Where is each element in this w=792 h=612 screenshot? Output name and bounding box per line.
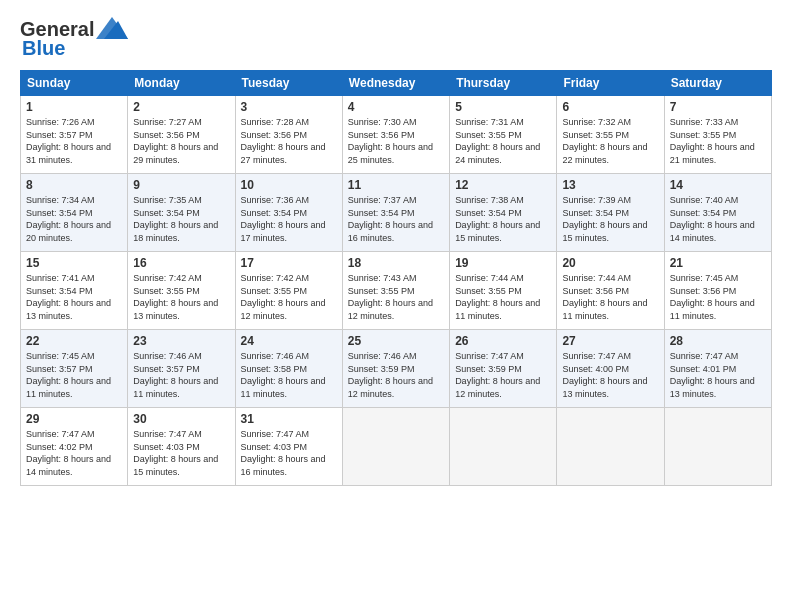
calendar-cell: 23Sunrise: 7:46 AMSunset: 3:57 PMDayligh… <box>128 330 235 408</box>
calendar-cell <box>450 408 557 486</box>
day-number: 6 <box>562 100 658 114</box>
logo: General Blue <box>20 18 128 60</box>
day-info: Sunrise: 7:43 AMSunset: 3:55 PMDaylight:… <box>348 272 444 322</box>
calendar-cell: 15Sunrise: 7:41 AMSunset: 3:54 PMDayligh… <box>21 252 128 330</box>
day-info: Sunrise: 7:28 AMSunset: 3:56 PMDaylight:… <box>241 116 337 166</box>
day-info: Sunrise: 7:26 AMSunset: 3:57 PMDaylight:… <box>26 116 122 166</box>
calendar-cell: 31Sunrise: 7:47 AMSunset: 4:03 PMDayligh… <box>235 408 342 486</box>
day-header-sunday: Sunday <box>21 71 128 96</box>
day-info: Sunrise: 7:30 AMSunset: 3:56 PMDaylight:… <box>348 116 444 166</box>
day-number: 17 <box>241 256 337 270</box>
day-info: Sunrise: 7:36 AMSunset: 3:54 PMDaylight:… <box>241 194 337 244</box>
day-info: Sunrise: 7:44 AMSunset: 3:56 PMDaylight:… <box>562 272 658 322</box>
day-number: 9 <box>133 178 229 192</box>
calendar-cell: 9Sunrise: 7:35 AMSunset: 3:54 PMDaylight… <box>128 174 235 252</box>
day-number: 4 <box>348 100 444 114</box>
calendar-cell: 4Sunrise: 7:30 AMSunset: 3:56 PMDaylight… <box>342 96 449 174</box>
calendar-cell: 26Sunrise: 7:47 AMSunset: 3:59 PMDayligh… <box>450 330 557 408</box>
day-info: Sunrise: 7:39 AMSunset: 3:54 PMDaylight:… <box>562 194 658 244</box>
day-info: Sunrise: 7:45 AMSunset: 3:57 PMDaylight:… <box>26 350 122 400</box>
calendar-cell: 12Sunrise: 7:38 AMSunset: 3:54 PMDayligh… <box>450 174 557 252</box>
day-number: 3 <box>241 100 337 114</box>
day-info: Sunrise: 7:46 AMSunset: 3:58 PMDaylight:… <box>241 350 337 400</box>
day-info: Sunrise: 7:37 AMSunset: 3:54 PMDaylight:… <box>348 194 444 244</box>
day-info: Sunrise: 7:42 AMSunset: 3:55 PMDaylight:… <box>241 272 337 322</box>
day-number: 5 <box>455 100 551 114</box>
day-info: Sunrise: 7:44 AMSunset: 3:55 PMDaylight:… <box>455 272 551 322</box>
calendar-cell: 17Sunrise: 7:42 AMSunset: 3:55 PMDayligh… <box>235 252 342 330</box>
day-info: Sunrise: 7:47 AMSunset: 4:01 PMDaylight:… <box>670 350 766 400</box>
day-number: 26 <box>455 334 551 348</box>
day-info: Sunrise: 7:47 AMSunset: 3:59 PMDaylight:… <box>455 350 551 400</box>
calendar-cell <box>342 408 449 486</box>
calendar-cell: 16Sunrise: 7:42 AMSunset: 3:55 PMDayligh… <box>128 252 235 330</box>
day-number: 23 <box>133 334 229 348</box>
day-number: 27 <box>562 334 658 348</box>
day-number: 15 <box>26 256 122 270</box>
page: General Blue SundayMondayTuesdayWednesda… <box>0 0 792 496</box>
week-row: 8Sunrise: 7:34 AMSunset: 3:54 PMDaylight… <box>21 174 772 252</box>
day-number: 19 <box>455 256 551 270</box>
day-number: 14 <box>670 178 766 192</box>
calendar-cell: 25Sunrise: 7:46 AMSunset: 3:59 PMDayligh… <box>342 330 449 408</box>
calendar-cell: 21Sunrise: 7:45 AMSunset: 3:56 PMDayligh… <box>664 252 771 330</box>
day-info: Sunrise: 7:46 AMSunset: 3:57 PMDaylight:… <box>133 350 229 400</box>
day-number: 2 <box>133 100 229 114</box>
calendar-cell: 18Sunrise: 7:43 AMSunset: 3:55 PMDayligh… <box>342 252 449 330</box>
day-number: 25 <box>348 334 444 348</box>
day-header-friday: Friday <box>557 71 664 96</box>
day-number: 11 <box>348 178 444 192</box>
day-number: 13 <box>562 178 658 192</box>
day-info: Sunrise: 7:47 AMSunset: 4:03 PMDaylight:… <box>133 428 229 478</box>
calendar-cell: 27Sunrise: 7:47 AMSunset: 4:00 PMDayligh… <box>557 330 664 408</box>
calendar-cell: 29Sunrise: 7:47 AMSunset: 4:02 PMDayligh… <box>21 408 128 486</box>
calendar-cell: 11Sunrise: 7:37 AMSunset: 3:54 PMDayligh… <box>342 174 449 252</box>
calendar-cell: 7Sunrise: 7:33 AMSunset: 3:55 PMDaylight… <box>664 96 771 174</box>
calendar-cell: 6Sunrise: 7:32 AMSunset: 3:55 PMDaylight… <box>557 96 664 174</box>
calendar-cell: 19Sunrise: 7:44 AMSunset: 3:55 PMDayligh… <box>450 252 557 330</box>
day-info: Sunrise: 7:47 AMSunset: 4:02 PMDaylight:… <box>26 428 122 478</box>
day-number: 7 <box>670 100 766 114</box>
day-info: Sunrise: 7:40 AMSunset: 3:54 PMDaylight:… <box>670 194 766 244</box>
calendar-cell <box>557 408 664 486</box>
day-number: 28 <box>670 334 766 348</box>
calendar-cell: 20Sunrise: 7:44 AMSunset: 3:56 PMDayligh… <box>557 252 664 330</box>
day-info: Sunrise: 7:34 AMSunset: 3:54 PMDaylight:… <box>26 194 122 244</box>
day-info: Sunrise: 7:27 AMSunset: 3:56 PMDaylight:… <box>133 116 229 166</box>
day-info: Sunrise: 7:47 AMSunset: 4:00 PMDaylight:… <box>562 350 658 400</box>
day-header-tuesday: Tuesday <box>235 71 342 96</box>
week-row: 1Sunrise: 7:26 AMSunset: 3:57 PMDaylight… <box>21 96 772 174</box>
logo-blue: Blue <box>22 37 65 60</box>
week-row: 22Sunrise: 7:45 AMSunset: 3:57 PMDayligh… <box>21 330 772 408</box>
day-number: 16 <box>133 256 229 270</box>
day-info: Sunrise: 7:47 AMSunset: 4:03 PMDaylight:… <box>241 428 337 478</box>
day-info: Sunrise: 7:38 AMSunset: 3:54 PMDaylight:… <box>455 194 551 244</box>
day-number: 22 <box>26 334 122 348</box>
calendar-cell: 1Sunrise: 7:26 AMSunset: 3:57 PMDaylight… <box>21 96 128 174</box>
day-info: Sunrise: 7:45 AMSunset: 3:56 PMDaylight:… <box>670 272 766 322</box>
calendar-cell: 14Sunrise: 7:40 AMSunset: 3:54 PMDayligh… <box>664 174 771 252</box>
day-header-monday: Monday <box>128 71 235 96</box>
calendar-cell: 5Sunrise: 7:31 AMSunset: 3:55 PMDaylight… <box>450 96 557 174</box>
day-header-thursday: Thursday <box>450 71 557 96</box>
calendar-cell: 22Sunrise: 7:45 AMSunset: 3:57 PMDayligh… <box>21 330 128 408</box>
week-row: 29Sunrise: 7:47 AMSunset: 4:02 PMDayligh… <box>21 408 772 486</box>
day-number: 24 <box>241 334 337 348</box>
day-number: 12 <box>455 178 551 192</box>
day-header-saturday: Saturday <box>664 71 771 96</box>
calendar-cell: 2Sunrise: 7:27 AMSunset: 3:56 PMDaylight… <box>128 96 235 174</box>
calendar-cell: 13Sunrise: 7:39 AMSunset: 3:54 PMDayligh… <box>557 174 664 252</box>
day-number: 21 <box>670 256 766 270</box>
calendar-cell: 30Sunrise: 7:47 AMSunset: 4:03 PMDayligh… <box>128 408 235 486</box>
calendar: SundayMondayTuesdayWednesdayThursdayFrid… <box>20 70 772 486</box>
day-number: 29 <box>26 412 122 426</box>
day-info: Sunrise: 7:33 AMSunset: 3:55 PMDaylight:… <box>670 116 766 166</box>
day-number: 1 <box>26 100 122 114</box>
header: General Blue <box>20 18 772 60</box>
day-header-wednesday: Wednesday <box>342 71 449 96</box>
calendar-cell: 24Sunrise: 7:46 AMSunset: 3:58 PMDayligh… <box>235 330 342 408</box>
day-info: Sunrise: 7:31 AMSunset: 3:55 PMDaylight:… <box>455 116 551 166</box>
day-info: Sunrise: 7:42 AMSunset: 3:55 PMDaylight:… <box>133 272 229 322</box>
calendar-cell: 8Sunrise: 7:34 AMSunset: 3:54 PMDaylight… <box>21 174 128 252</box>
day-number: 31 <box>241 412 337 426</box>
